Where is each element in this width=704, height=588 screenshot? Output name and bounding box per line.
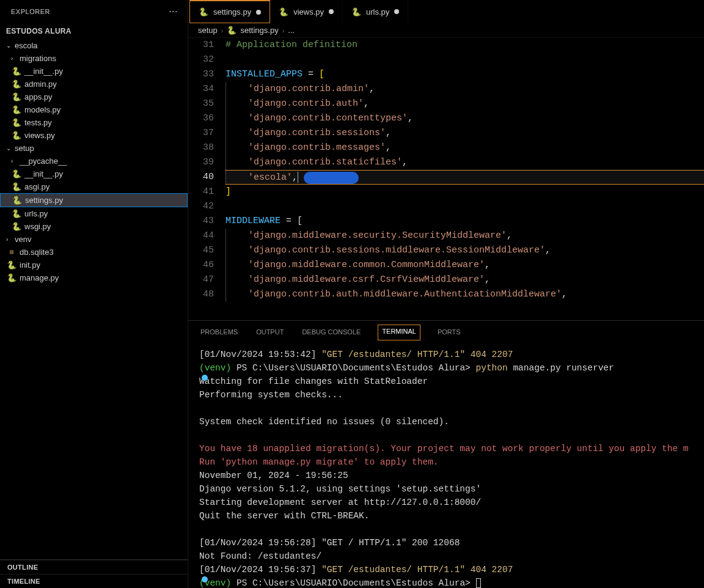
dirty-icon — [394, 9, 399, 14]
python-icon: 🐍 — [11, 118, 22, 127]
python-icon: 🐍 — [351, 7, 361, 17]
code-text: 'django.contrib.staticfiles' — [248, 157, 402, 167]
code-text: 'django.contrib.auth.middleware.Authenti… — [248, 289, 562, 300]
file-settings[interactable]: 🐍 settings.py — [0, 193, 188, 207]
code-text: MIDDLEWARE — [226, 216, 280, 226]
folder-pycache[interactable]: › __pycache__ — [0, 155, 188, 167]
code-editor[interactable]: 31 32 33 34 35 36 37 38 39 40 41 42 43 4… — [188, 38, 704, 320]
python-icon: 🐍 — [11, 79, 22, 89]
file-views[interactable]: 🐍 views.py — [0, 129, 188, 142]
file-manage[interactable]: 🐍 manage.py — [0, 271, 188, 284]
file-admin[interactable]: 🐍 admin.py — [0, 78, 188, 90]
code-text: INSTALLED_APPS — [226, 69, 302, 79]
file-init-root[interactable]: 🐍 init.py — [0, 259, 188, 271]
explorer-title: EXPLORER — [11, 8, 50, 15]
code-text: 'django.contrib.sessions' — [248, 128, 386, 138]
line-gutter: 31 32 33 34 35 36 37 38 39 40 41 42 43 4… — [188, 38, 225, 320]
python-icon: 🐍 — [11, 92, 22, 101]
python-icon: 🐍 — [6, 260, 17, 270]
database-icon: ≡ — [6, 248, 17, 257]
code-text: ] — [226, 186, 231, 197]
file-init-escola[interactable]: 🐍 __init__.py — [0, 65, 188, 78]
file-db[interactable]: ≡ db.sqlite3 — [0, 246, 188, 259]
tab-label: settings.py — [213, 7, 251, 17]
outline-section[interactable]: OUTLINE — [0, 560, 188, 574]
more-icon[interactable]: ··· — [169, 6, 178, 17]
file-models[interactable]: 🐍 models.py — [0, 103, 188, 116]
terminal[interactable]: [01/Nov/2024 19:53:42] "GET /estudantes/… — [188, 340, 704, 588]
file-tests[interactable]: 🐍 tests.py — [0, 116, 188, 129]
code-text: 'django.middleware.security.SecurityMidd… — [248, 230, 507, 241]
terminal-cursor — [476, 578, 481, 588]
chevron-right-icon: › — [11, 158, 20, 164]
tab-views[interactable]: 🐍 views.py — [270, 0, 343, 23]
breadcrumb-item[interactable]: ... — [288, 26, 295, 35]
tab-settings[interactable]: 🐍 settings.py — [189, 0, 270, 23]
python-icon: 🐍 — [12, 196, 23, 205]
python-icon: 🐍 — [227, 26, 237, 35]
python-icon: 🐍 — [6, 273, 17, 282]
dirty-icon — [329, 9, 334, 14]
tab-urls[interactable]: 🐍 urls.py — [343, 0, 408, 23]
panel-tabs: PROBLEMS OUTPUT DEBUG CONSOLE TERMINAL P… — [188, 320, 704, 340]
code-text: 'django.contrib.admin' — [248, 84, 369, 94]
chevron-right-icon: › — [221, 27, 224, 34]
python-icon: 🐍 — [11, 67, 22, 76]
code-text: 'django.contrib.auth' — [248, 98, 364, 109]
tab-label: urls.py — [366, 7, 389, 17]
code-text: 'django.middleware.common.CommonMiddlewa… — [248, 260, 485, 270]
status-dot-icon — [202, 375, 208, 381]
sidebar: EXPLORER ··· ESTUDOS ALURA ⌄ escola › mi… — [0, 0, 188, 588]
code-text: 'django.middleware.csrf.CsrfViewMiddlewa… — [248, 274, 485, 285]
file-apps[interactable]: 🐍 apps.py — [0, 90, 188, 103]
chevron-right-icon: › — [282, 27, 285, 34]
file-urls[interactable]: 🐍 urls.py — [0, 207, 188, 220]
panel-tab-problems[interactable]: PROBLEMS — [199, 326, 239, 340]
python-icon: 🐍 — [11, 105, 22, 114]
file-init-setup[interactable]: 🐍 __init__.py — [0, 167, 188, 180]
file-asgi[interactable]: 🐍 asgi.py — [0, 180, 188, 193]
python-icon: 🐍 — [199, 7, 208, 17]
chevron-right-icon: › — [11, 55, 20, 62]
python-icon: 🐍 — [11, 182, 22, 191]
code-text: 'django.contrib.contenttypes' — [248, 113, 408, 123]
breadcrumb-item[interactable]: settings.py — [240, 26, 278, 35]
file-tree: ⌄ escola › migrations 🐍 __init__.py 🐍 ad… — [0, 39, 188, 559]
panel-tab-debug[interactable]: DEBUG CONSOLE — [301, 326, 362, 340]
chevron-down-icon: ⌄ — [6, 145, 15, 152]
tab-label: views.py — [293, 7, 324, 17]
python-icon: 🐍 — [11, 209, 22, 218]
file-wsgi[interactable]: 🐍 wsgi.py — [0, 220, 188, 233]
breadcrumb-item[interactable]: setup — [198, 26, 218, 35]
python-icon: 🐍 — [11, 169, 22, 178]
highlight-marker — [304, 172, 359, 184]
panel-tab-terminal[interactable]: TERMINAL — [378, 325, 420, 340]
breadcrumb[interactable]: setup › 🐍 settings.py › ... — [188, 23, 704, 38]
editor-tabs: 🐍 settings.py 🐍 views.py 🐍 urls.py — [188, 0, 704, 23]
text-cursor — [298, 172, 298, 183]
folder-venv[interactable]: › venv — [0, 233, 188, 246]
chevron-right-icon: › — [6, 236, 15, 243]
panel-tab-output[interactable]: OUTPUT — [255, 326, 285, 340]
main-area: 🐍 settings.py 🐍 views.py 🐍 urls.py setup… — [188, 0, 704, 588]
explorer-header: EXPLORER ··· — [0, 0, 188, 23]
dirty-icon — [256, 10, 261, 15]
python-icon: 🐍 — [11, 131, 22, 140]
panel-tab-ports[interactable]: PORTS — [436, 326, 462, 340]
python-icon: 🐍 — [11, 222, 22, 231]
python-icon: 🐍 — [279, 7, 288, 17]
project-title[interactable]: ESTUDOS ALURA — [0, 23, 188, 39]
status-dot-icon — [202, 576, 208, 582]
folder-setup[interactable]: ⌄ setup — [0, 142, 188, 155]
code-text: 'escola' — [248, 172, 292, 183]
code-text: 'django.contrib.messages' — [248, 142, 386, 153]
folder-migrations[interactable]: › migrations — [0, 52, 188, 65]
timeline-section[interactable]: TIMELINE — [0, 574, 188, 588]
folder-escola[interactable]: ⌄ escola — [0, 39, 188, 52]
code-text: 'django.contrib.sessions.middleware.Sess… — [248, 245, 545, 255]
sidebar-bottom: OUTLINE TIMELINE — [0, 559, 188, 588]
code-text: # Application definition — [226, 40, 358, 50]
chevron-down-icon: ⌄ — [6, 42, 15, 49]
code-content[interactable]: # Application definition INSTALLED_APPS … — [225, 38, 704, 320]
